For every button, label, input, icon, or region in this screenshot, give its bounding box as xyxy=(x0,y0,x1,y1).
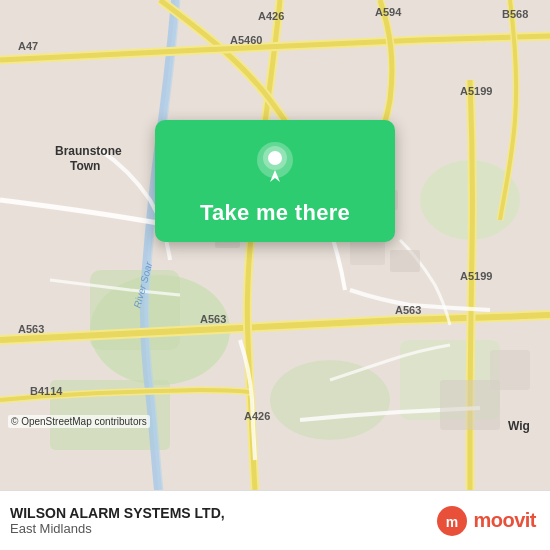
svg-text:A594: A594 xyxy=(375,6,402,18)
svg-text:Braunstone: Braunstone xyxy=(55,144,122,158)
svg-text:A47: A47 xyxy=(18,40,38,52)
moovit-icon: m xyxy=(436,505,468,537)
location-card: Take me there xyxy=(155,120,395,242)
moovit-logo: m moovit xyxy=(436,505,536,537)
svg-text:A426: A426 xyxy=(244,410,270,422)
svg-text:Town: Town xyxy=(70,159,100,173)
company-name: WILSON ALARM SYSTEMS LTD, xyxy=(10,505,225,521)
osm-attribution: © OpenStreetMap contributors xyxy=(8,415,150,428)
pin-icon xyxy=(250,138,300,188)
moovit-text: moovit xyxy=(473,509,536,532)
svg-text:B4114: B4114 xyxy=(30,385,63,397)
svg-rect-16 xyxy=(490,350,530,390)
svg-rect-14 xyxy=(390,250,420,272)
take-me-there-button[interactable]: Take me there xyxy=(200,200,350,226)
svg-point-3 xyxy=(270,360,390,440)
footer-bar: WILSON ALARM SYSTEMS LTD, East Midlands … xyxy=(0,490,550,550)
svg-text:A563: A563 xyxy=(18,323,44,335)
svg-text:A426: A426 xyxy=(258,10,284,22)
svg-rect-13 xyxy=(350,240,385,265)
map-container: A47 A563 A563 A563 A5460 A594 B568 A5199… xyxy=(0,0,550,490)
svg-text:A563: A563 xyxy=(200,313,226,325)
svg-text:B568: B568 xyxy=(502,8,528,20)
svg-point-35 xyxy=(268,151,282,165)
svg-text:A5199: A5199 xyxy=(460,270,492,282)
region-name: East Midlands xyxy=(10,521,225,536)
footer-company-info: WILSON ALARM SYSTEMS LTD, East Midlands xyxy=(10,505,225,536)
svg-text:Wig: Wig xyxy=(508,419,530,433)
svg-text:A5199: A5199 xyxy=(460,85,492,97)
svg-text:A563: A563 xyxy=(395,304,421,316)
svg-text:m: m xyxy=(446,514,458,530)
svg-text:A5460: A5460 xyxy=(230,34,262,46)
